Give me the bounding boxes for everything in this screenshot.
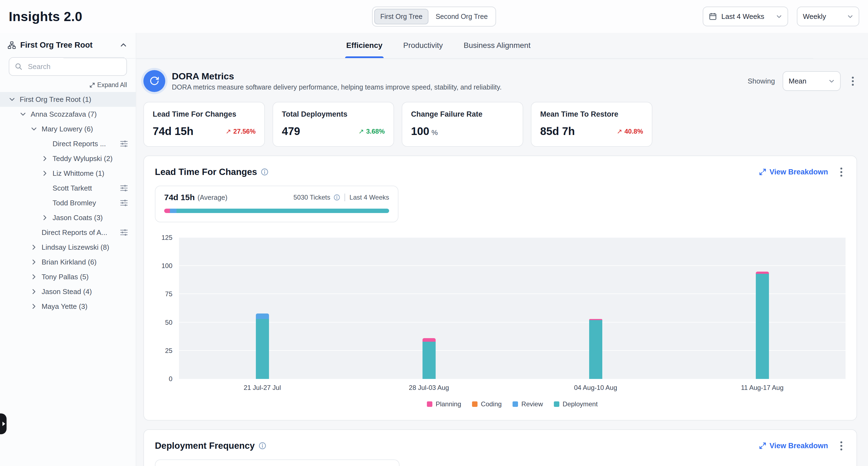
chart-legend: PlanningCodingReviewDeployment	[179, 400, 845, 408]
deployment-frequency-card: Deployment Frequency View Breakdown	[144, 429, 857, 466]
chevron-right-icon[interactable]	[30, 287, 38, 296]
metric-card: Mean Time To Restore85d 7h↗40.8%	[531, 102, 652, 147]
phase-distribution-bar	[164, 209, 389, 213]
x-tick-label: 28 Jul-03 Aug	[346, 384, 512, 391]
tree-item[interactable]: Direct Reports of A...	[0, 225, 136, 240]
dora-header: DORA Metrics DORA metrics measure softwa…	[144, 70, 857, 92]
tree-item[interactable]: Tony Pallas (5)	[0, 269, 136, 284]
toggle-second-org-tree[interactable]: Second Org Tree	[430, 9, 494, 24]
toggle-first-org-tree[interactable]: First Org Tree	[374, 9, 429, 24]
bar-segment-deployment[interactable]	[756, 274, 769, 379]
tab-efficiency[interactable]: Efficiency	[345, 33, 383, 58]
bar-segment-review[interactable]	[256, 314, 269, 319]
app-title: Insights 2.0	[0, 9, 82, 24]
deployment-view-breakdown-button[interactable]: View Breakdown	[759, 442, 828, 450]
tree-item[interactable]: Liz Whittome (1)	[0, 166, 136, 181]
chevron-right-icon[interactable]	[30, 243, 38, 252]
tree-item[interactable]: Teddy Wylupski (2)	[0, 151, 136, 166]
tree-item[interactable]: Maya Yette (3)	[0, 299, 136, 314]
x-axis-labels: 21 Jul-27 Jul28 Jul-03 Aug04 Aug-10 Aug1…	[179, 384, 845, 391]
metric-value-row: 85d 7h↗40.8%	[540, 125, 643, 138]
chevron-down-icon[interactable]	[8, 95, 17, 104]
metric-cards-row: Lead Time For Changes74d 15h↗27.56%Total…	[144, 102, 857, 147]
top-bar: Insights 2.0 First Org Tree Second Org T…	[0, 0, 868, 33]
dora-title: DORA Metrics	[172, 71, 502, 82]
tickets-count: 5030 Tickets	[293, 194, 330, 201]
tree-item[interactable]: Jason Stead (4)	[0, 284, 136, 299]
tree-item[interactable]: Direct Reports ...	[0, 136, 136, 151]
chevron-down-icon[interactable]	[19, 110, 27, 119]
info-icon[interactable]	[258, 442, 266, 449]
aggregation-select[interactable]: Mean	[783, 71, 841, 91]
expand-all-button[interactable]: Expand All	[9, 81, 127, 89]
tree-item[interactable]: Jason Coats (3)	[0, 210, 136, 225]
filter-sliders-icon[interactable]	[120, 184, 128, 192]
granularity-select[interactable]: Weekly	[797, 6, 859, 26]
trend-up-arrow-icon: ↗	[359, 127, 364, 135]
showing-label: Showing	[748, 77, 775, 85]
tree-item[interactable]: Scott Tarkett	[0, 181, 136, 196]
sidebar-collapse-handle[interactable]	[0, 413, 6, 434]
chevron-right-icon[interactable]	[40, 169, 49, 178]
tree-item[interactable]: Anna Scozzafava (7)	[0, 107, 136, 122]
tree-item[interactable]: Lindsay Liszewski (8)	[0, 240, 136, 255]
chevron-right-icon[interactable]	[40, 213, 49, 222]
play-arrow-icon	[2, 421, 5, 426]
bar-segment-deployment[interactable]	[256, 319, 269, 379]
expand-all-label: Expand All	[97, 81, 127, 89]
expand-icon	[759, 168, 766, 175]
date-range-select[interactable]: Last 4 Weeks	[703, 6, 788, 26]
deployment-kebab-menu[interactable]	[837, 440, 845, 452]
lead-time-view-breakdown-button[interactable]: View Breakdown	[759, 168, 828, 176]
tree-item-label: Todd Bromley	[53, 199, 96, 207]
legend-item-coding: Coding	[472, 400, 502, 408]
bar-segment-planning[interactable]	[423, 338, 436, 342]
tree-item[interactable]: Todd Bromley	[0, 196, 136, 210]
dora-metrics-icon	[144, 70, 165, 92]
metric-title: Total Deployments	[282, 110, 385, 119]
tree-item[interactable]: Mary Lowery (6)	[0, 122, 136, 136]
sidebar-search[interactable]	[9, 57, 127, 76]
tab-productivity[interactable]: Productivity	[402, 33, 444, 58]
y-tick-label: 0	[169, 375, 173, 383]
tree-item-label: Tony Pallas (5)	[41, 273, 89, 281]
y-tick-label: 50	[165, 319, 173, 326]
indent-spacer	[40, 139, 49, 148]
dora-header-text: DORA Metrics DORA metrics measure softwa…	[172, 71, 502, 91]
bar-segment-deployment[interactable]	[423, 342, 436, 379]
metric-value-row: 479↗3.68%	[282, 125, 385, 138]
chevron-right-icon[interactable]	[30, 302, 38, 311]
metric-title: Change Failure Rate	[411, 110, 514, 119]
legend-item-planning: Planning	[427, 400, 461, 408]
tree-item[interactable]: Brian Kirkland (6)	[0, 255, 136, 269]
metric-value-row: 74d 15h↗27.56%	[153, 125, 256, 138]
bar-segment-planning[interactable]	[589, 319, 602, 320]
tree-item-label: Anna Scozzafava (7)	[31, 110, 97, 119]
chevron-right-icon[interactable]	[30, 272, 38, 281]
bar-segment-deployment[interactable]	[589, 320, 602, 379]
dora-kebab-menu[interactable]	[848, 75, 857, 87]
tree-item-label: Liz Whittome (1)	[53, 169, 104, 178]
filter-sliders-icon[interactable]	[120, 140, 128, 148]
bar-segment-planning[interactable]	[756, 271, 769, 274]
lead-time-kebab-menu[interactable]	[837, 166, 845, 178]
chevron-down-icon[interactable]	[30, 124, 38, 133]
y-axis: 0255075100125	[155, 238, 179, 379]
filter-sliders-icon[interactable]	[120, 228, 128, 237]
metric-value: 479	[282, 125, 300, 138]
org-tree-toggle: First Org Tree Second Org Tree	[372, 6, 496, 27]
chevron-right-icon[interactable]	[30, 258, 38, 266]
tree-item[interactable]: First Org Tree Root (1)	[0, 92, 136, 107]
filter-sliders-icon[interactable]	[120, 199, 128, 207]
chevron-right-icon[interactable]	[40, 154, 49, 163]
tree-item-label: Direct Reports ...	[53, 140, 106, 148]
org-tree-icon	[8, 41, 16, 49]
y-tick-label: 75	[165, 290, 173, 298]
metric-card: Change Failure Rate100%	[402, 102, 523, 147]
tree-item-label: Teddy Wylupski (2)	[53, 154, 113, 163]
tab-business-alignment[interactable]: Business Alignment	[462, 33, 531, 58]
tree-item-label: Mary Lowery (6)	[41, 125, 93, 133]
info-icon[interactable]	[334, 194, 340, 201]
info-icon[interactable]	[261, 168, 269, 176]
search-input[interactable]	[27, 62, 121, 71]
